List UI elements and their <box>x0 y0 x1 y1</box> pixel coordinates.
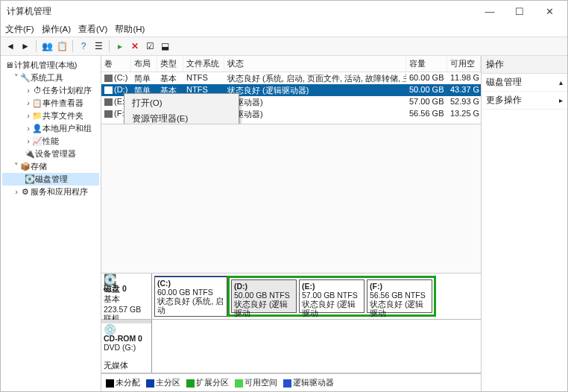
tree-root[interactable]: 🖥计算机管理(本地) <box>2 59 99 72</box>
settings-icon[interactable]: ☑ <box>143 39 157 53</box>
list-icon[interactable]: 📋 <box>55 39 69 53</box>
col-volume[interactable]: 卷 <box>101 56 131 72</box>
col-status[interactable]: 状态 <box>224 56 406 72</box>
actions-disk-mgmt[interactable]: 磁盘管理▴ <box>482 74 567 92</box>
graphical-view: 💽 磁盘 0 基本 223.57 GB 联机 (C:)60.00 GB NTFS… <box>101 273 481 373</box>
tree-shared-folders[interactable]: ›📁共享文件夹 <box>2 110 99 122</box>
computer-management-window: 计算机管理 — ☐ ✕ 文件(F) 操作(A) 查看(V) 帮助(H) ◄ ► … <box>0 0 568 392</box>
submenu-icon: ▸ <box>559 96 563 104</box>
ctx-open[interactable]: 打开(O) <box>126 95 237 111</box>
disk-0-partitions: (C:)60.00 GB NTFS状态良好 (系统, 启动 (D:)50.00 … <box>152 274 481 319</box>
toolbar: ◄ ► 👥 📋 ? ☰ ▸ ✕ ☑ ⬓ <box>1 37 567 56</box>
maximize-button[interactable]: ☐ <box>505 3 534 19</box>
tree-system-tools[interactable]: ˅🔧系统工具 <box>2 72 99 84</box>
back-icon[interactable]: ◄ <box>4 39 17 53</box>
menu-file[interactable]: 文件(F) <box>5 24 34 35</box>
cdrom-row[interactable]: 💿 CD-ROM 0 DVD (G:) 无媒体 <box>101 320 481 373</box>
delete-icon[interactable]: ✕ <box>128 39 142 53</box>
properties-icon[interactable]: ☰ <box>92 39 105 53</box>
window-buttons: — ☐ ✕ <box>475 3 564 19</box>
titlebar: 计算机管理 — ☐ ✕ <box>1 1 567 22</box>
tree-local-users[interactable]: ›👤本地用户和组 <box>2 122 99 135</box>
disk-0-header: 💽 磁盘 0 基本 223.57 GB 联机 <box>101 274 152 319</box>
refresh-icon[interactable]: 👥 <box>40 39 54 53</box>
help-icon[interactable]: ? <box>77 39 90 53</box>
legend-logical: 逻辑驱动器 <box>293 378 334 387</box>
col-capacity[interactable]: 容量 <box>406 56 447 72</box>
partition-f[interactable]: (F:)56.56 GB NTFS状态良好 (逻辑驱动 <box>367 279 432 313</box>
partition-d[interactable]: (D:)50.00 GB NTFS状态良好 (逻辑驱动 <box>231 279 297 313</box>
view-icon[interactable]: ⬓ <box>158 39 171 53</box>
close-button[interactable]: ✕ <box>534 3 564 19</box>
cdrom-header: 💿 CD-ROM 0 DVD (G:) 无媒体 <box>101 320 152 373</box>
legend-unalloc: 未分配 <box>116 378 140 387</box>
volume-list-header: 卷 布局 类型 文件系统 状态 容量 可用空 <box>101 56 481 72</box>
volume-row-c[interactable]: (C:)简单基本NTFS状态良好 (系统, 启动, 页面文件, 活动, 故障转储… <box>101 72 481 84</box>
collapse-icon: ▴ <box>559 78 563 86</box>
partition-c[interactable]: (C:)60.00 GB NTFS状态良好 (系统, 启动 <box>154 276 227 317</box>
ctx-explorer[interactable]: 资源管理器(E) <box>126 111 237 124</box>
volume-list[interactable]: (C:)简单基本NTFS状态良好 (系统, 启动, 页面文件, 活动, 故障转储… <box>101 72 481 124</box>
menubar: 文件(F) 操作(A) 查看(V) 帮助(H) <box>1 22 567 37</box>
nav-tree[interactable]: 🖥计算机管理(本地) ˅🔧系统工具 ›⏱任务计划程序 ›📋事件查看器 ›📁共享文… <box>1 56 101 391</box>
tree-event-viewer[interactable]: ›📋事件查看器 <box>2 97 99 110</box>
col-layout[interactable]: 布局 <box>131 56 157 72</box>
disk-0-row[interactable]: 💽 磁盘 0 基本 223.57 GB 联机 (C:)60.00 GB NTFS… <box>101 274 481 320</box>
menu-help[interactable]: 帮助(H) <box>115 24 145 35</box>
legend: 未分配 主分区 扩展分区 可用空间 逻辑驱动器 <box>101 373 481 391</box>
partition-e[interactable]: (E:)57.00 GB NTFS状态良好 (逻辑驱动 <box>299 279 365 313</box>
col-free[interactable]: 可用空 <box>447 56 481 72</box>
menu-action[interactable]: 操作(A) <box>42 24 71 35</box>
tree-device-manager[interactable]: 🔌设备管理器 <box>2 148 99 160</box>
extended-partition-group: (D:)50.00 GB NTFS状态良好 (逻辑驱动 (E:)57.00 GB… <box>227 276 436 317</box>
cdrom-icon: 💿 <box>104 325 149 334</box>
actions-panel: 操作 磁盘管理▴ 更多操作▸ <box>482 56 567 391</box>
legend-free: 可用空间 <box>244 378 277 387</box>
tree-storage[interactable]: ˅📦存储 <box>2 160 99 173</box>
main-panel: 卷 布局 类型 文件系统 状态 容量 可用空 (C:)简单基本NTFS状态良好 … <box>101 56 482 391</box>
actions-header: 操作 <box>482 56 567 74</box>
tree-task-scheduler[interactable]: ›⏱任务计划程序 <box>2 84 99 97</box>
disk-icon: 💽 <box>104 275 149 284</box>
col-fs[interactable]: 文件系统 <box>183 56 224 72</box>
legend-extended: 扩展分区 <box>196 378 229 387</box>
legend-primary: 主分区 <box>156 378 180 387</box>
tree-performance[interactable]: ›📈性能 <box>2 135 99 148</box>
content-area: 🖥计算机管理(本地) ˅🔧系统工具 ›⏱任务计划程序 ›📋事件查看器 ›📁共享文… <box>1 56 567 391</box>
forward-icon[interactable]: ► <box>19 39 32 53</box>
tree-disk-management[interactable]: 💽磁盘管理 <box>2 173 99 186</box>
context-menu: 打开(O) 资源管理器(E) 更改驱动器号和路径(C)... 格式化(F)...… <box>124 93 239 124</box>
col-type[interactable]: 类型 <box>157 56 183 72</box>
menu-view[interactable]: 查看(V) <box>78 24 107 35</box>
actions-more[interactable]: 更多操作▸ <box>482 92 567 110</box>
action1-icon[interactable]: ▸ <box>113 39 127 53</box>
window-title: 计算机管理 <box>7 5 475 18</box>
tree-services[interactable]: ›⚙服务和应用程序 <box>2 186 99 198</box>
minimize-button[interactable]: — <box>475 3 505 19</box>
